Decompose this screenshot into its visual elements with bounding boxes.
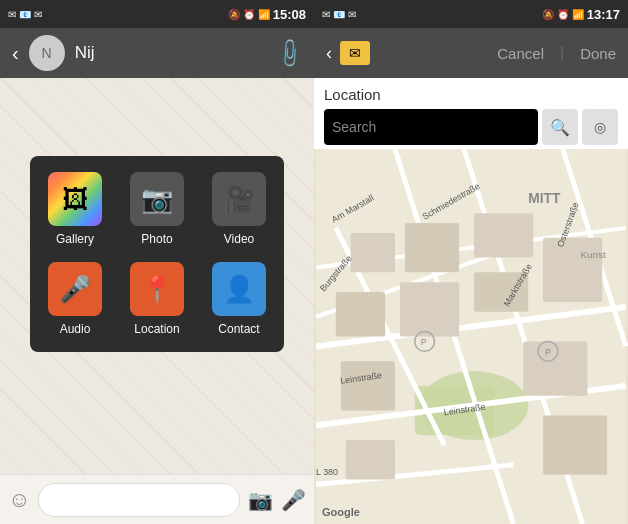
email-icon: ✉ bbox=[340, 41, 370, 65]
gallery-label: Gallery bbox=[56, 232, 94, 246]
signal-icon: 📶 bbox=[258, 9, 270, 20]
attach-grid: 🖼 Gallery 📷 Photo 🎥 Video 🎤 Audio 📍 bbox=[42, 172, 272, 336]
search-row: Search 🔍 ◎ bbox=[324, 109, 618, 145]
attach-photo[interactable]: 📷 Photo bbox=[124, 172, 190, 246]
back-button-right[interactable]: ‹ bbox=[326, 43, 332, 64]
system-icons-left: 🔕 ⏰ 📶 15:08 bbox=[228, 7, 306, 22]
attachment-button[interactable]: 📎 bbox=[272, 36, 307, 71]
attach-video[interactable]: 🎥 Video bbox=[206, 172, 272, 246]
svg-rect-19 bbox=[341, 361, 395, 410]
search-icon: 🔍 bbox=[550, 118, 570, 137]
left-panel: ✉ 📧 ✉ 🔕 ⏰ 📶 15:08 ‹ N Nij 📎 🖼 Gallery bbox=[0, 0, 314, 524]
search-placeholder: Search bbox=[332, 119, 376, 135]
contact-icon: 👤 bbox=[212, 262, 266, 316]
my-location-icon: ◎ bbox=[594, 119, 606, 135]
video-label: Video bbox=[224, 232, 254, 246]
back-button[interactable]: ‹ bbox=[12, 42, 19, 65]
photo-icon: 📷 bbox=[130, 172, 184, 226]
google-watermark: Google bbox=[322, 506, 360, 518]
notification-icons-left: ✉ 📧 ✉ bbox=[8, 9, 42, 20]
attachment-popup: 🖼 Gallery 📷 Photo 🎥 Video 🎤 Audio 📍 bbox=[30, 156, 284, 352]
clock-left: 15:08 bbox=[273, 7, 306, 22]
notification-icons-right: ✉ 📧 ✉ bbox=[322, 9, 356, 20]
mic-button[interactable]: 🎤 bbox=[281, 488, 306, 512]
camera-button[interactable]: 📷 bbox=[248, 488, 273, 512]
attach-audio[interactable]: 🎤 Audio bbox=[42, 262, 108, 336]
svg-text:P: P bbox=[545, 347, 551, 357]
map-area[interactable]: Am Marstall Burgstraße Schmiedestraße Le… bbox=[314, 149, 628, 524]
chat-body: 🖼 Gallery 📷 Photo 🎥 Video 🎤 Audio 📍 bbox=[0, 78, 314, 474]
attach-location[interactable]: 📍 Location bbox=[124, 262, 190, 336]
audio-label: Audio bbox=[60, 322, 91, 336]
svg-rect-16 bbox=[400, 282, 459, 336]
location-title-bar: Location Search 🔍 ◎ bbox=[314, 78, 628, 149]
svg-rect-15 bbox=[336, 292, 385, 336]
cancel-button[interactable]: Cancel bbox=[497, 45, 544, 62]
location-title: Location bbox=[324, 86, 618, 103]
svg-rect-18 bbox=[543, 238, 602, 302]
contact-label: Contact bbox=[218, 322, 259, 336]
done-button[interactable]: Done bbox=[580, 45, 616, 62]
right-panel: ✉ 📧 ✉ 🔕 ⏰ 📶 13:17 ‹ ✉ Cancel | Done Loca… bbox=[314, 0, 628, 524]
status-icons-right: ✉ 📧 ✉ bbox=[322, 9, 356, 20]
signal-icon-right: 📶 bbox=[572, 9, 584, 20]
avatar: N bbox=[29, 35, 65, 71]
svg-text:Kunst: Kunst bbox=[581, 249, 606, 260]
location-header: ‹ ✉ Cancel | Done bbox=[314, 28, 628, 78]
silent-icon: 🔕 bbox=[228, 9, 240, 20]
attach-contact[interactable]: 👤 Contact bbox=[206, 262, 272, 336]
status-bar-left: ✉ 📧 ✉ 🔕 ⏰ 📶 15:08 bbox=[0, 0, 314, 28]
chat-input-bar: ☺ 📷 🎤 bbox=[0, 474, 314, 524]
svg-rect-22 bbox=[346, 440, 395, 479]
system-icons-right: 🔕 ⏰ 📶 13:17 bbox=[542, 7, 620, 22]
location-attach-label: Location bbox=[134, 322, 179, 336]
clock-right: 13:17 bbox=[587, 7, 620, 22]
svg-text:L 380: L 380 bbox=[316, 467, 338, 477]
location-attach-icon: 📍 bbox=[130, 262, 184, 316]
svg-rect-21 bbox=[543, 415, 607, 474]
svg-rect-20 bbox=[523, 341, 587, 395]
svg-rect-13 bbox=[405, 223, 459, 272]
chat-name: Nij bbox=[75, 43, 267, 63]
header-divider: | bbox=[560, 44, 564, 62]
status-icons-left: ✉ 📧 ✉ bbox=[8, 9, 42, 20]
search-input-wrap[interactable]: Search bbox=[324, 109, 538, 145]
attach-gallery[interactable]: 🖼 Gallery bbox=[42, 172, 108, 246]
svg-text:MITT: MITT bbox=[528, 190, 561, 206]
silent-icon-right: 🔕 bbox=[542, 9, 554, 20]
search-button[interactable]: 🔍 bbox=[542, 109, 578, 145]
video-icon: 🎥 bbox=[212, 172, 266, 226]
photo-label: Photo bbox=[141, 232, 172, 246]
alarm-icon: ⏰ bbox=[243, 9, 255, 20]
svg-text:P: P bbox=[421, 337, 427, 347]
status-bar-right: ✉ 📧 ✉ 🔕 ⏰ 📶 13:17 bbox=[314, 0, 628, 28]
chat-header: ‹ N Nij 📎 bbox=[0, 28, 314, 78]
map-svg: Am Marstall Burgstraße Schmiedestraße Le… bbox=[314, 149, 628, 524]
message-input[interactable] bbox=[38, 483, 240, 517]
alarm-icon-right: ⏰ bbox=[557, 9, 569, 20]
my-location-button[interactable]: ◎ bbox=[582, 109, 618, 145]
emoji-button[interactable]: ☺ bbox=[8, 487, 30, 513]
audio-icon: 🎤 bbox=[48, 262, 102, 316]
svg-rect-14 bbox=[474, 213, 533, 257]
gallery-icon: 🖼 bbox=[48, 172, 102, 226]
svg-rect-12 bbox=[351, 233, 395, 272]
